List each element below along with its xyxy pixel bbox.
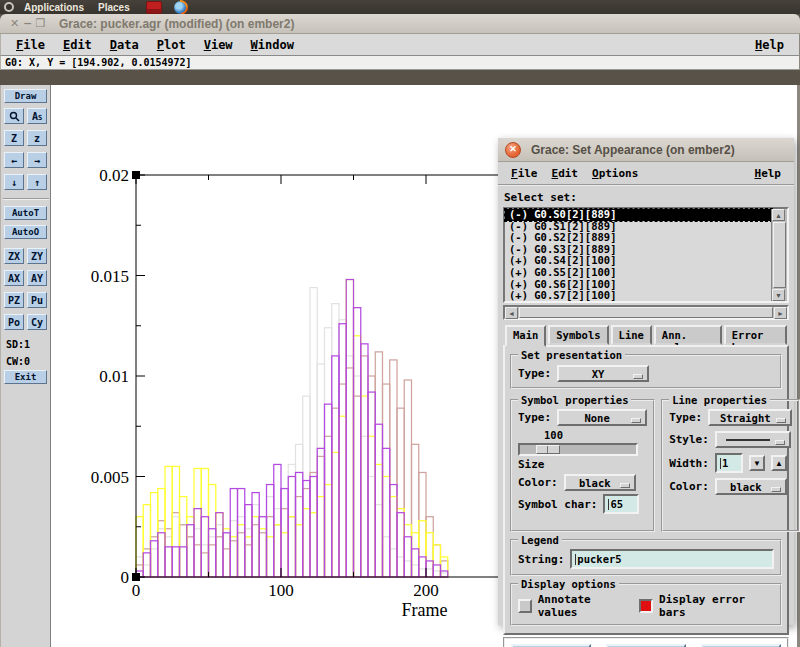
red-app-icon[interactable] [146,1,162,14]
line-color-dropdown[interactable]: black [715,478,787,495]
slider-handle[interactable] [536,445,560,454]
histogram-bin [441,561,448,577]
menu-file[interactable]: File [7,36,54,54]
menu-view[interactable]: View [195,36,242,54]
po-button[interactable]: Po [4,314,24,330]
tab-error-bars[interactable]: Error bars [724,325,787,345]
scrollbar-thumb[interactable] [773,222,786,288]
histogram-bin [404,561,411,577]
set-list-item[interactable]: (-) G0.S0[2][889] [505,209,772,221]
pan-up-button arrow-up-icon[interactable]: ↑ [27,174,47,190]
histogram-bin [194,509,201,577]
symbol-char-input[interactable]: 65 [603,494,639,514]
histogram-bin [245,537,252,577]
locator-bar: G0: X, Y = [194.902, 0.0154972] [0,56,800,70]
zx-button[interactable]: ZX [4,248,24,264]
legend-string-input[interactable]: pucker5 [570,549,774,569]
select-set-label: Select set: [504,191,789,204]
gnome-panel: Applications Places [0,0,800,14]
dialog-menu-file[interactable]: File [504,165,545,182]
tab-line[interactable]: Line [611,325,652,345]
histogram-bin [165,529,172,577]
set-list-item[interactable]: (+) G0.S7[2][100] [505,290,772,302]
close-icon[interactable]: ✕ [8,17,21,30]
histogram-bin [165,547,172,577]
histogram-bin [223,529,230,577]
autot-button[interactable]: AutoT [4,206,47,220]
set-list-item[interactable]: (+) G0.S5[2][100] [505,267,772,279]
main-titlebar[interactable]: ✕ − ❒ Grace: pucker.agr (modified) (on e… [0,14,800,34]
annotate-values-checkbox[interactable] [518,599,532,613]
display-error-bars-checkbox[interactable] [639,599,653,613]
line-type-label: Type: [669,411,702,424]
tab-main[interactable]: Main [505,325,546,347]
width-increment-icon[interactable]: ▲ [771,455,787,471]
display-options-group: Display options Annotate values Display … [510,583,782,626]
dialog-menu-edit[interactable]: Edit [545,165,586,182]
maximize-icon[interactable]: ❒ [34,17,47,30]
menu-data[interactable]: Data [101,36,148,54]
pu-button[interactable]: Pu [27,292,47,308]
set-type-dropdown[interactable]: XY [557,365,649,382]
dialog-close-icon[interactable]: ✕ [505,142,521,158]
places-menu[interactable]: Places [94,2,134,13]
line-style-dropdown[interactable] [715,431,791,448]
histogram-bin [238,533,245,577]
list-vertical-scrollbar[interactable]: ▲ ▼ [771,209,787,301]
distro-logo-icon[interactable] [4,2,14,12]
histogram-bin [259,517,266,577]
histogram-bin [419,569,426,577]
dialog-menu-options[interactable]: Options [585,165,645,182]
autoscale-snap-button[interactable]: AS [27,108,47,124]
histogram-bin [172,513,179,577]
menu-plot[interactable]: Plot [148,36,195,54]
zoom-tool-button[interactable] [4,108,24,124]
zoom-out-button[interactable]: z [27,130,47,146]
pan-right-button arrow-right-icon[interactable]: → [27,152,47,168]
menu-edit[interactable]: Edit [54,36,101,54]
histogram-bin [332,356,339,577]
tab-symbols[interactable]: Symbols [548,325,608,345]
histogram-bin [441,571,448,577]
pan-down-button arrow-down-icon[interactable]: ↓ [4,174,24,190]
symbol-size-slider[interactable] [518,443,638,456]
zoom-in-button[interactable]: Z [4,130,24,146]
menu-window[interactable]: Window [242,36,303,54]
group-label: Line properties [669,394,770,406]
histogram-bin [172,466,179,577]
list-horizontal-scrollbar[interactable]: ◄ ► [503,305,789,320]
histogram-bin [136,517,143,577]
histogram-bin [245,529,252,577]
line-type-dropdown[interactable]: Straight [708,409,792,426]
scroll-left-icon[interactable]: ◄ [505,307,518,319]
dialog-titlebar[interactable]: ✕ Grace: Set Appearance (on ember2) [498,138,794,162]
firefox-icon[interactable] [174,1,187,14]
histogram-bin [194,468,201,577]
exit-button[interactable]: Exit [4,370,47,384]
width-decrement-icon[interactable]: ▼ [749,455,765,471]
ay-button[interactable]: AY [27,270,47,286]
histogram-bin [274,525,281,577]
scroll-up-icon[interactable]: ▲ [772,209,785,221]
scrollbar-thumb[interactable] [519,307,773,318]
set-list[interactable]: (-) G0.S0[2][889] (-) G0.S1[2][889] (-) … [503,207,789,303]
scroll-right-icon[interactable]: ► [774,307,787,319]
pan-left-button arrow-left-icon[interactable]: ← [4,152,24,168]
draw-button[interactable]: Draw [4,89,47,103]
symbol-color-dropdown[interactable]: black [564,474,636,491]
cy-button[interactable]: Cy [27,314,47,330]
minimize-icon[interactable]: − [21,17,34,30]
pz-button[interactable]: PZ [4,292,24,308]
menu-help[interactable]: Help [746,36,793,54]
applications-menu[interactable]: Applications [20,2,88,13]
dialog-menu-help[interactable]: Help [748,165,789,182]
line-width-input[interactable]: 1 [715,453,743,473]
tab-ann-values[interactable]: Ann. values [654,325,722,345]
scroll-down-icon[interactable]: ▼ [772,289,785,301]
zy-button[interactable]: ZY [27,248,47,264]
type-label: Type: [518,367,551,380]
ax-button[interactable]: AX [4,270,24,286]
histogram-bin [223,549,230,577]
symbol-type-dropdown[interactable]: None [557,409,647,426]
autoo-button[interactable]: AutoO [4,225,47,239]
